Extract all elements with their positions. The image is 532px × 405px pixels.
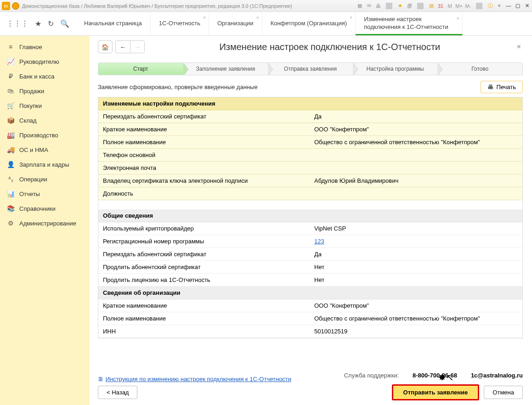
table-row: Переиздать абонентский сертификатДа xyxy=(98,110,522,123)
info-icon[interactable]: ⓘ xyxy=(487,3,493,9)
send-application-button[interactable]: Отправить заявление xyxy=(392,384,480,400)
row-value: Да xyxy=(310,248,522,260)
tabs-row: ⋮⋮⋮ ★ ↻ 🔍 Начальная страница1С-Отчетност… xyxy=(0,12,532,36)
tab-3[interactable]: Конфетпром (Организация)× xyxy=(262,12,356,35)
wizard-step-1[interactable]: Заполнение заявления xyxy=(183,63,268,75)
row-label: Полное наименование xyxy=(98,312,310,325)
row-value: Нет xyxy=(310,274,522,286)
table-row: Полное наименованиеОбщество с ограниченн… xyxy=(98,312,522,325)
sidebar-item-5[interactable]: 📦Склад xyxy=(0,113,90,128)
tool-icon[interactable]: ▦ xyxy=(357,3,363,9)
sidebar-item-2[interactable]: ₽Банк и касса xyxy=(0,69,90,84)
sidebar-item-8[interactable]: 👤Зарплата и кадры xyxy=(0,157,90,172)
sidebar-item-3[interactable]: 🛍Продажи xyxy=(0,84,90,98)
sidebar-item-1[interactable]: 📈Руководителю xyxy=(0,54,90,69)
print-button[interactable]: 🖶 Печать xyxy=(481,81,523,93)
row-label: Краткое наименование xyxy=(98,299,310,312)
cancel-button[interactable]: Отмена xyxy=(484,386,523,399)
sidebar-item-4[interactable]: 🛒Покупки xyxy=(0,98,90,113)
row-label: ИНН xyxy=(98,325,310,338)
sidebar-icon: ᴬᵧ xyxy=(6,175,15,183)
sidebar-label: Продажи xyxy=(19,88,44,95)
tab-1[interactable]: 1С-Отчетность× xyxy=(151,12,209,35)
sidebar-label: Склад xyxy=(19,117,37,124)
calendar-icon[interactable]: 31 xyxy=(437,3,444,9)
forward-button[interactable]: → xyxy=(130,40,145,53)
separator xyxy=(476,3,482,9)
sidebar-item-0[interactable]: ≡Главное xyxy=(0,39,90,54)
back-wizard-button[interactable]: < Назад xyxy=(98,386,137,399)
table-row: Должность xyxy=(98,187,522,200)
row-label: Продлить лицензию на 1С-Отчетность xyxy=(98,274,310,286)
table-row: Продлить лицензию на 1С-ОтчетностьНет xyxy=(98,274,522,287)
sidebar-item-10[interactable]: 📊Отчеты xyxy=(0,186,90,201)
tab-label: Изменение настроек xyxy=(364,16,421,23)
dropdown-icon[interactable]: ▾ xyxy=(496,3,503,9)
row-value: Нет xyxy=(310,261,522,273)
sidebar-label: Операции xyxy=(19,176,47,183)
row-link[interactable]: 123 xyxy=(314,238,324,245)
back-button[interactable]: ← xyxy=(115,40,130,53)
minimize-icon[interactable]: — xyxy=(505,3,512,9)
sidebar-label: Зарплата и кадры xyxy=(19,161,69,168)
table-section: Изменяемые настройки подключенияПереизда… xyxy=(98,97,522,200)
sidebar: ≡Главное📈Руководителю₽Банк и касса🛍Прода… xyxy=(0,36,90,405)
row-value: Общество с ограниченной ответственностью… xyxy=(310,136,522,148)
support-label: Служба поддержки: xyxy=(344,372,399,379)
page-title: Изменение настроек подключения к 1С-Отче… xyxy=(147,42,512,52)
sidebar-item-11[interactable]: 📚Справочники xyxy=(0,201,90,216)
tab-label: 1С-Отчетность xyxy=(159,20,200,28)
tab-close-icon[interactable]: × xyxy=(203,15,206,21)
tab-close-icon[interactable]: × xyxy=(457,16,459,22)
tool-icon[interactable]: ✉ xyxy=(366,3,372,9)
sidebar-icon: 📈 xyxy=(6,58,15,65)
wizard-step-3[interactable]: Настройка программы xyxy=(353,63,438,75)
tab-4[interactable]: Изменение настроекподключения к 1С-Отчет… xyxy=(356,12,463,35)
table-row: Электронная почта xyxy=(98,162,522,174)
calc-icon[interactable]: ▤ xyxy=(428,3,435,9)
app-logo-icon: 1с xyxy=(2,2,10,10)
apps-icon[interactable]: ⋮⋮⋮ xyxy=(6,19,28,28)
favorite-icon[interactable]: ★ xyxy=(397,3,403,9)
close-page-icon[interactable]: × xyxy=(515,41,523,53)
history-icon[interactable]: ↻ xyxy=(48,19,54,28)
row-value: Да xyxy=(310,110,522,123)
wizard-step-4[interactable]: Готово xyxy=(437,63,522,75)
dropdown-icon[interactable] xyxy=(12,2,19,10)
sidebar-label: ОС и НМА xyxy=(19,146,48,153)
m-plus-icon[interactable]: M+ xyxy=(456,3,462,9)
tool-icon[interactable]: 🖶 xyxy=(375,3,381,9)
table-row: Владелец сертификата ключа электронной п… xyxy=(98,174,522,187)
sidebar-label: Покупки xyxy=(19,102,42,109)
sidebar-item-12[interactable]: ⚙Администрирование xyxy=(0,216,90,231)
tab-0[interactable]: Начальная страница xyxy=(76,12,151,35)
m-icon[interactable]: M xyxy=(447,3,453,9)
search-icon[interactable]: 🔍 xyxy=(60,19,69,28)
m-minus-icon[interactable]: M- xyxy=(465,3,471,9)
sidebar-item-7[interactable]: 🚚ОС и НМА xyxy=(0,142,90,157)
table-row: Краткое наименованиеООО "Конфетпром" xyxy=(98,299,522,312)
sidebar-item-9[interactable]: ᴬᵧОперации xyxy=(0,172,90,186)
maximize-icon[interactable]: ▢ xyxy=(515,3,521,9)
sidebar-label: Производство xyxy=(19,132,58,139)
tool-icon[interactable]: 🗐 xyxy=(406,3,413,9)
tab-2[interactable]: Организации× xyxy=(209,12,262,35)
support-email: 1c@astralnalog.ru xyxy=(471,372,523,379)
section-header: Сведения об организации xyxy=(98,287,522,299)
tab-close-icon[interactable]: × xyxy=(256,15,259,21)
sidebar-icon: 🛒 xyxy=(6,102,15,109)
row-label: Регистрационный номер программы xyxy=(98,235,310,248)
tab-close-icon[interactable]: × xyxy=(350,15,352,21)
wizard-step-0[interactable]: Старт xyxy=(98,63,183,75)
wizard-step-2[interactable]: Отправка заявления xyxy=(268,63,353,75)
close-icon[interactable]: ✕ xyxy=(524,3,530,9)
star-icon[interactable]: ★ xyxy=(35,19,41,28)
sidebar-item-6[interactable]: 🏭Производство xyxy=(0,128,90,142)
home-button[interactable]: 🏠 xyxy=(98,40,113,53)
doc-icon: 🗎 xyxy=(98,376,104,382)
instruction-link[interactable]: Инструкция по изменению настроек подключ… xyxy=(106,376,291,382)
row-value xyxy=(310,162,522,174)
support-phone: 8-800-700-86-68 xyxy=(413,372,457,379)
sidebar-icon: 🏭 xyxy=(6,131,15,139)
sidebar-icon: 👤 xyxy=(6,161,15,168)
